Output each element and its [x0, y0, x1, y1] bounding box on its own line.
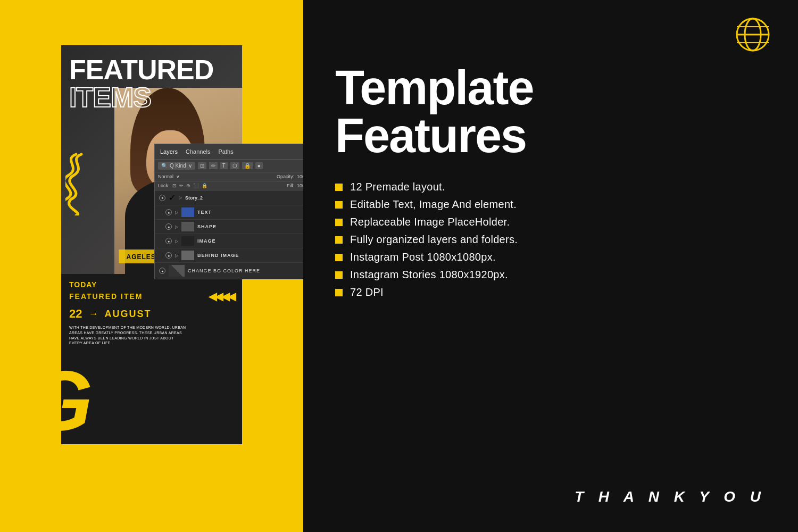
- feature-bullet-1: [335, 184, 343, 191]
- ps-layer-changebg[interactable]: ● CHANGE BG COLOR HERE: [155, 263, 303, 279]
- feature-item-7: 72 DPI: [335, 286, 766, 298]
- feature-text-7: 72 DPI: [350, 286, 384, 298]
- ps-tab-layers[interactable]: Layers: [160, 148, 178, 155]
- ps-layer-name-shape: SHAPE: [197, 224, 217, 229]
- feature-text-3: Replaceable Image PlaceHolder.: [350, 216, 510, 228]
- main-title: Template Features: [335, 64, 766, 160]
- ps-layer-name-story2: Story_2: [185, 195, 203, 201]
- feature-item-6: Instagram Stories 1080x1920px.: [335, 269, 766, 281]
- ps-thumb-shape: [181, 222, 194, 231]
- feature-text-4: Fully organized layers and folders.: [350, 234, 518, 246]
- card-title-line2: ITEMS: [69, 84, 213, 111]
- ps-eye-image[interactable]: ●: [165, 238, 172, 244]
- ps-lock-key: 🔒: [202, 183, 207, 188]
- ps-icon-lock: 🔒: [242, 162, 253, 169]
- ps-fill-value: 100%: [297, 183, 303, 188]
- ps-arrow-text[interactable]: ▷: [175, 210, 178, 215]
- ps-lock-icon: ⊡: [172, 183, 177, 188]
- ps-lock-label: Lock:: [158, 183, 170, 188]
- globe-icon: [734, 16, 771, 53]
- feature-bullet-5: [335, 254, 343, 261]
- right-panel: Template Features 12 Premade layout. Edi…: [303, 0, 798, 532]
- feature-item-1: 12 Premade layout.: [335, 181, 766, 193]
- ps-arrow-image[interactable]: ▷: [175, 239, 178, 244]
- ps-icon-row: ⊡ ✏ T ⬡ 🔒 ●: [198, 162, 263, 169]
- ps-layer-name-image: IMAGE: [197, 238, 216, 244]
- title-line1: Template: [335, 64, 766, 112]
- arrow-icon: →: [88, 309, 98, 320]
- card-bottom: TODAY FEATURED ITEM ◀◀◀◀ 22 → AUGUST WIT…: [61, 274, 242, 352]
- feature-item-4: Fully organized layers and folders.: [335, 234, 766, 246]
- ps-toolbar: 🔍 Q Kind ∨ ⊡ ✏ T ⬡ 🔒 ●: [155, 160, 303, 172]
- ps-layer-story2[interactable]: ● ✓ ▷ Story_2: [155, 190, 303, 205]
- feature-item-3: Replaceable Image PlaceHolder.: [335, 216, 766, 228]
- ps-arrow-story2[interactable]: ▷: [179, 195, 182, 200]
- ps-mode-row: Normal ∨ Opacity: 100% ∨: [155, 172, 303, 181]
- ps-thumb-changebg: [169, 265, 185, 277]
- ps-layer-name-changebg: CHANGE BG COLOR HERE: [188, 268, 260, 273]
- squiggle-decoration: [65, 152, 89, 215]
- ps-lock-move: ⊕: [186, 183, 190, 188]
- ps-arrow-shape[interactable]: ▷: [175, 225, 178, 229]
- ps-mode-label: Normal: [158, 174, 173, 179]
- ps-icon-image: ⊡: [198, 162, 206, 169]
- ps-kind-arrow: ∨: [188, 163, 192, 169]
- feature-bullet-3: [335, 219, 343, 226]
- left-panel: NS G R FEATURED ITEMS: [0, 0, 303, 532]
- month-label: AUGUST: [104, 309, 151, 320]
- feature-text-5: Instagram Post 1080x1080px.: [350, 251, 496, 263]
- ps-tab-channels[interactable]: Channels: [186, 148, 210, 155]
- ps-icon-type: T: [220, 162, 228, 169]
- ps-layer-name-behind: BEHIND IMAGE: [197, 253, 239, 258]
- ps-eye-text[interactable]: ●: [165, 209, 172, 215]
- feature-bullet-6: [335, 271, 343, 279]
- feature-text-1: 12 Premade layout.: [350, 181, 445, 193]
- ps-search[interactable]: 🔍 Q Kind ∨: [158, 162, 195, 170]
- ps-layer-text[interactable]: ● ▷ TEXT: [155, 205, 303, 220]
- feature-item-5: Instagram Post 1080x1080px.: [335, 251, 766, 263]
- ps-layers-list: ● ✓ ▷ Story_2 ● ▷ TEXT ● ▷ SHAPE ●: [155, 190, 303, 279]
- ps-lock-artboard: ⬛: [193, 183, 199, 188]
- card-title-line1: FEATURED: [69, 56, 213, 84]
- ps-layer-image[interactable]: ● ▷ IMAGE: [155, 234, 303, 248]
- ps-lock-pen: ✏: [179, 183, 184, 188]
- ps-thumb-image: [181, 236, 194, 246]
- ps-search-icon: 🔍: [161, 163, 168, 169]
- ps-layer-behind[interactable]: ● ▷ BEHIND IMAGE: [155, 248, 303, 263]
- feature-bullet-7: [335, 289, 343, 296]
- ps-opacity-label: Opacity:: [277, 174, 294, 179]
- ps-eye-story2[interactable]: ●: [159, 195, 165, 201]
- ps-icon-pen: ✏: [209, 162, 218, 169]
- headphones-icon: ◀◀◀◀: [209, 290, 234, 303]
- ps-thumb-text: [181, 207, 194, 217]
- ps-eye-behind[interactable]: ●: [165, 252, 172, 259]
- ps-search-text: Q Kind: [170, 163, 186, 169]
- ps-arrow-behind[interactable]: ▷: [175, 253, 178, 258]
- features-list: 12 Premade layout. Editable Text, Image …: [335, 181, 766, 298]
- date-row: 22 → AUGUST: [69, 307, 234, 321]
- feature-bullet-4: [335, 236, 343, 244]
- ps-mode-arrow: ∨: [176, 174, 180, 179]
- big-letters-decoration: G R: [27, 363, 93, 516]
- title-line2: Features: [335, 112, 766, 160]
- date-number: 22: [69, 307, 82, 321]
- feature-text-6: Instagram Stories 1080x1920px.: [350, 269, 508, 281]
- ps-opacity-value: 100%: [297, 174, 303, 179]
- ps-layer-shape[interactable]: ● ▷ SHAPE: [155, 220, 303, 234]
- feature-item-2: Editable Text, Image And element.: [335, 198, 766, 211]
- ps-tab-paths[interactable]: Paths: [219, 148, 234, 155]
- globe-icon-area: [734, 16, 771, 55]
- ps-eye-changebg[interactable]: ●: [159, 268, 165, 274]
- ps-eye-shape[interactable]: ●: [165, 223, 172, 230]
- ps-check-story2: ✓: [169, 193, 176, 203]
- card-title: FEATURED ITEMS: [69, 56, 213, 111]
- photoshop-panel: Layers Channels Paths ≡ 🔍 Q Kind ∨ ⊡ ✏ T…: [154, 144, 303, 279]
- ps-lock-row: Lock: ⊡ ✏ ⊕ ⬛ 🔒 Fill: 100% ∨: [155, 181, 303, 190]
- card-description: WITH THE DEVELOPMENT OF THE MODERN WORLD…: [69, 325, 186, 346]
- ps-icon-dot: ●: [255, 162, 263, 169]
- ps-fill-label: Fill:: [287, 183, 294, 188]
- ps-panel-header: Layers Channels Paths ≡: [155, 144, 303, 160]
- today-label: TODAY: [69, 280, 234, 289]
- ps-thumb-behind: [181, 251, 194, 260]
- feature-bullet-2: [335, 201, 343, 209]
